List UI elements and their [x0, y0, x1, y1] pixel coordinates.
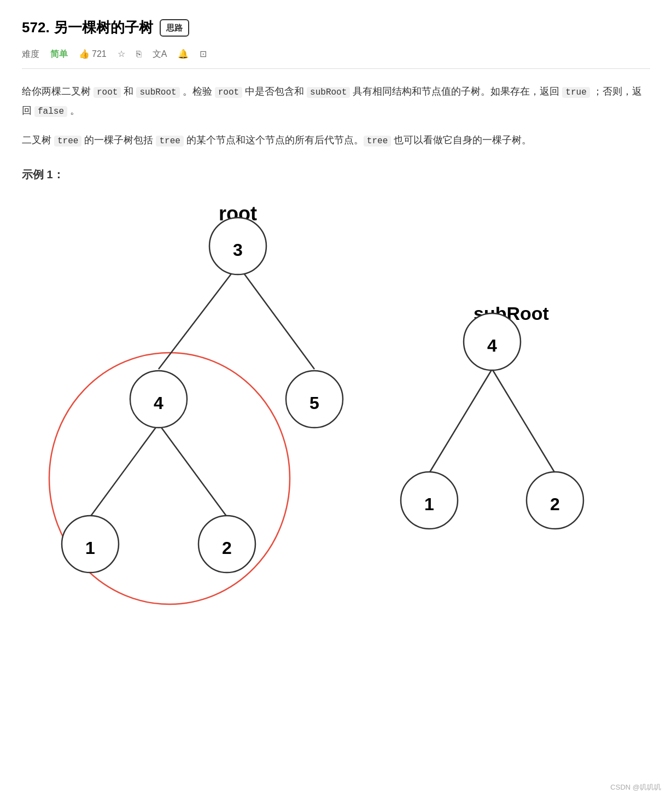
node-1-left-label: 1 — [85, 539, 95, 558]
sub-node-2-label: 2 — [550, 495, 560, 515]
desc-p2-text: 二叉树 tree 的一棵子树包括 tree 的某个节点和这个节点的所有后代节点。… — [22, 135, 531, 145]
tree-diagram: root subRoot 3 4 5 1 2 — [25, 194, 648, 610]
diagram-container: root subRoot 3 4 5 1 2 — [25, 194, 648, 610]
page-title: 572. 另一棵树的子树 — [22, 16, 153, 39]
description-paragraph-2: 二叉树 tree 的一棵子树包括 tree 的某个节点和这个节点的所有后代节点。… — [22, 131, 650, 149]
sub-node-4-label: 4 — [487, 336, 497, 356]
tag-silu[interactable]: 思路 — [160, 19, 189, 37]
desc-p1-text: 给你两棵二叉树 root 和 subRoot 。检验 root 中是否包含和 s… — [22, 86, 642, 115]
comment-icon: ⊡ — [200, 47, 207, 61]
code-tree2: tree — [156, 136, 183, 147]
code-root2: root — [215, 87, 242, 98]
example-title: 示例 1： — [22, 166, 650, 183]
node-5-label: 5 — [309, 394, 319, 413]
sub-edge-4-1 — [429, 369, 492, 473]
code-tree1: tree — [54, 136, 81, 147]
edge-4-1 — [90, 424, 159, 517]
code-tree3: tree — [364, 136, 391, 147]
edge-3-4 — [159, 265, 238, 369]
comment-button[interactable]: ⊡ — [200, 47, 207, 61]
like-count: 721 — [92, 47, 107, 61]
share-icon: ⎘ — [136, 47, 142, 61]
share-button[interactable]: ⎘ — [136, 47, 142, 61]
difficulty-value: 简单 — [50, 47, 68, 61]
description-paragraph-1: 给你两棵二叉树 root 和 subRoot 。检验 root 中是否包含和 s… — [22, 82, 650, 120]
star-icon: ☆ — [118, 47, 125, 61]
node-3-label: 3 — [233, 241, 243, 260]
star-button[interactable]: ☆ — [118, 47, 125, 61]
sub-node-1-label: 1 — [424, 495, 434, 515]
code-true: true — [562, 87, 589, 98]
watermark: CSDN @叽叽叽 — [610, 782, 661, 793]
node-4-left-label: 4 — [154, 394, 163, 413]
like-icon: 👍 — [79, 47, 90, 61]
translate-button[interactable]: 文A — [153, 47, 167, 61]
translate-icon: 文A — [153, 47, 167, 61]
code-root1: root — [94, 87, 121, 98]
node-2-left-label: 2 — [222, 539, 232, 558]
edge-4-2 — [159, 424, 227, 517]
code-subroot2: subRoot — [307, 87, 350, 98]
bell-icon: 🔔 — [178, 47, 189, 61]
bell-button[interactable]: 🔔 — [178, 47, 189, 61]
difficulty-label: 难度 — [22, 47, 39, 61]
meta-row: 难度 简单 👍 721 ☆ ⎘ 文A 🔔 ⊡ — [22, 47, 650, 69]
sub-edge-4-2 — [492, 369, 555, 473]
like-button[interactable]: 👍 721 — [79, 47, 107, 61]
edge-3-5 — [238, 265, 314, 369]
code-subroot1: subRoot — [136, 87, 179, 98]
code-false: false — [34, 106, 67, 117]
